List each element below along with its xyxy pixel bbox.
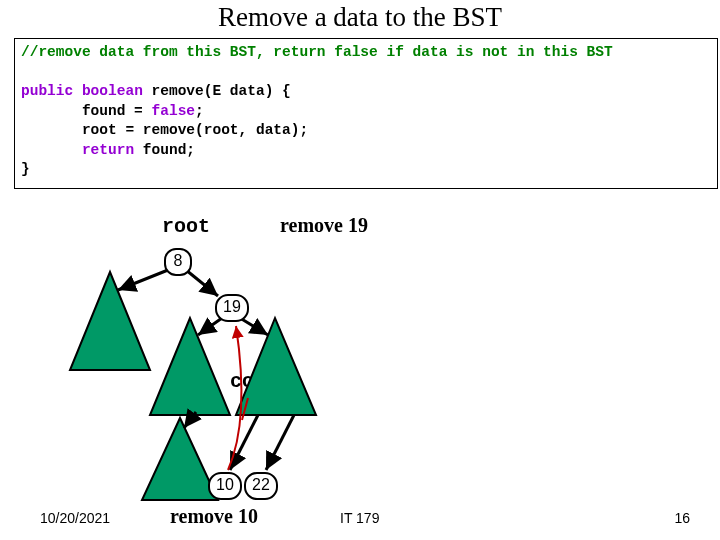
svg-line-10 bbox=[266, 415, 294, 470]
code-comment: //remove data from this BST, return fals… bbox=[21, 44, 613, 60]
kw-boolean: boolean bbox=[73, 83, 143, 99]
svg-marker-0 bbox=[70, 272, 150, 370]
svg-line-11 bbox=[242, 398, 248, 420]
node-19: 19 bbox=[215, 294, 249, 322]
code-box: //remove data from this BST, return fals… bbox=[14, 38, 718, 189]
svg-line-4 bbox=[118, 270, 168, 290]
footer-course: IT 179 bbox=[340, 510, 379, 526]
slide-title: Remove a data to the BST bbox=[0, 2, 720, 33]
slide-number: 16 bbox=[674, 510, 690, 526]
kw-return: return bbox=[21, 142, 134, 158]
label-root: root bbox=[162, 215, 210, 238]
svg-marker-3 bbox=[142, 418, 218, 500]
svg-line-6 bbox=[198, 318, 222, 335]
slide: Remove a data to the BST //remove data f… bbox=[0, 0, 720, 540]
svg-line-9 bbox=[230, 415, 258, 470]
label-copy: copy bbox=[230, 370, 278, 393]
code-l3: root = remove(root, data); bbox=[21, 122, 308, 138]
svg-marker-2 bbox=[236, 318, 316, 415]
svg-line-8 bbox=[184, 412, 196, 428]
node-10: 10 bbox=[208, 472, 242, 500]
kw-false: false bbox=[152, 103, 196, 119]
code-l1c: remove(E data) { bbox=[143, 83, 291, 99]
node-8: 8 bbox=[164, 248, 192, 276]
footer-date: 10/20/2021 bbox=[40, 510, 110, 526]
code-l5: } bbox=[21, 161, 30, 177]
node-22: 22 bbox=[244, 472, 278, 500]
code-l2c: ; bbox=[195, 103, 204, 119]
label-remove19: remove 19 bbox=[280, 214, 368, 237]
code-l4b: found; bbox=[134, 142, 195, 158]
code-l2a: found = bbox=[21, 103, 152, 119]
svg-marker-1 bbox=[150, 318, 230, 415]
svg-line-7 bbox=[240, 318, 268, 335]
kw-public: public bbox=[21, 83, 73, 99]
svg-line-5 bbox=[186, 270, 218, 296]
label-remove10: remove 10 bbox=[170, 505, 258, 528]
